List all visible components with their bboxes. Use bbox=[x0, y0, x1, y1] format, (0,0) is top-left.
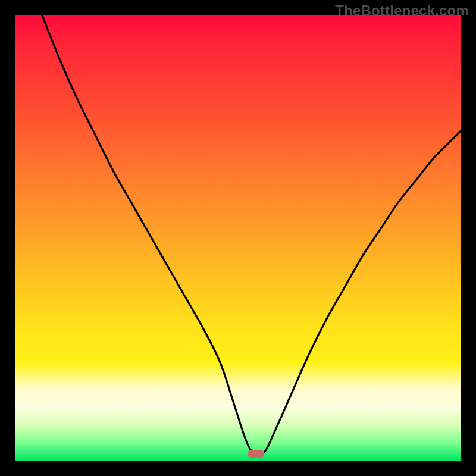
plot-area bbox=[15, 15, 461, 461]
watermark-text: TheBottleneck.com bbox=[335, 2, 469, 19]
chart-frame: TheBottleneck.com bbox=[0, 0, 476, 476]
optimal-marker bbox=[248, 450, 264, 458]
bottleneck-curve bbox=[15, 15, 461, 461]
